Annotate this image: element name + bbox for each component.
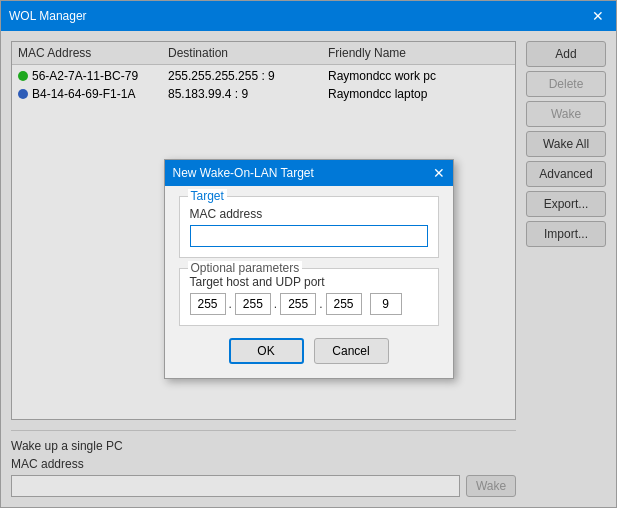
new-wol-dialog: New Wake-On-LAN Target ✕ Target MAC addr… [164, 159, 454, 379]
main-window: WOL Manager ✕ Add Delete Wake Wake All A… [0, 0, 617, 508]
window-content: Add Delete Wake Wake All Advanced Export… [1, 31, 616, 507]
udp-row: . . . [190, 293, 428, 315]
ip-seg2-input[interactable] [235, 293, 271, 315]
dialog-title: New Wake-On-LAN Target [173, 166, 433, 180]
ip-dot-2: . [273, 297, 278, 311]
ip-dot-3: . [318, 297, 323, 311]
cancel-button[interactable]: Cancel [314, 338, 389, 364]
window-title: WOL Manager [9, 9, 588, 23]
ip-seg1-input[interactable] [190, 293, 226, 315]
window-close-button[interactable]: ✕ [588, 6, 608, 26]
title-bar: WOL Manager ✕ [1, 1, 616, 31]
dialog-close-button[interactable]: ✕ [433, 165, 445, 181]
dialog-content: Target MAC address Optional parameters T… [165, 186, 453, 378]
dialog-buttons: OK Cancel [179, 338, 439, 364]
target-group-label: Target [188, 189, 227, 203]
dialog-mac-label: MAC address [190, 207, 428, 221]
ip-seg3-input[interactable] [280, 293, 316, 315]
dialog-title-bar: New Wake-On-LAN Target ✕ [165, 160, 453, 186]
optional-group: Optional parameters Target host and UDP … [179, 268, 439, 326]
dialog-overlay: New Wake-On-LAN Target ✕ Target MAC addr… [1, 31, 616, 507]
ok-button[interactable]: OK [229, 338, 304, 364]
port-input[interactable] [370, 293, 402, 315]
dialog-mac-input[interactable] [190, 225, 428, 247]
udp-label: Target host and UDP port [190, 275, 428, 289]
target-group: Target MAC address [179, 196, 439, 258]
ip-seg4-input[interactable] [326, 293, 362, 315]
ip-dot-1: . [228, 297, 233, 311]
optional-group-label: Optional parameters [188, 261, 303, 275]
